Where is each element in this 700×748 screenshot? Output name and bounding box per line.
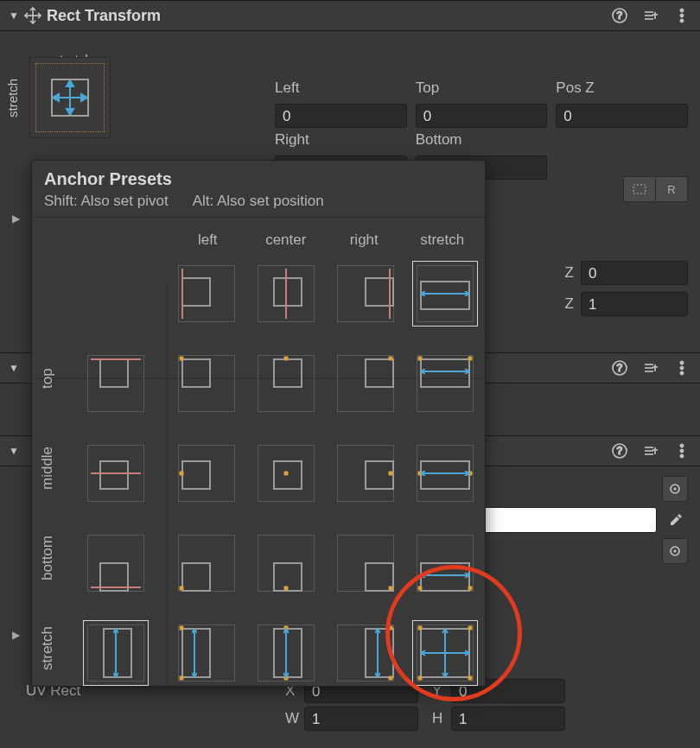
anchor-top-right[interactable] [334,352,398,415]
blueprint-raw-toggle: R [623,176,688,202]
anchor-stretch-v-right[interactable] [334,621,398,685]
anchor-row-top: top [37,333,58,423]
svg-point-38 [680,454,684,458]
anchor-bottom-stretch-h[interactable] [413,531,477,595]
anchor-row-middle: middle [37,423,58,513]
svg-point-11 [680,19,684,22]
eyedropper-icon[interactable] [664,508,688,532]
svg-marker-14 [67,80,73,86]
object-picker-button[interactable] [662,476,688,502]
rotation-z-input[interactable]: 0 [581,261,688,285]
kebab-icon[interactable] [672,358,691,377]
right-label: Right [275,131,407,154]
uvrect-w-input[interactable]: 1 [304,707,418,731]
left-label: Left [275,79,407,102]
anchor-col-left: left [169,231,247,249]
svg-point-10 [680,14,684,17]
blueprint-mode-button[interactable] [623,176,656,202]
svg-point-40 [673,487,676,490]
foldout-icon[interactable]: ▼ [9,445,21,457]
anchor-popup-title: Anchor Presets [44,169,473,189]
anchor-bottom-center[interactable] [254,531,318,595]
svg-text:?: ? [616,10,622,22]
rect-transform-header: ▼ Rect Transform ? [0,0,700,31]
presets-icon[interactable] [641,6,660,25]
kebab-icon[interactable] [672,6,691,25]
presets-icon[interactable] [641,358,660,377]
help-icon[interactable]: ? [610,6,629,25]
posz-label: Pos Z [556,79,688,102]
svg-point-27 [680,366,684,370]
anchor-col-stretch: stretch [404,231,482,249]
anchor-stretch-v-left[interactable] [175,621,239,685]
scale-z-label: Z [558,295,574,313]
kebab-icon[interactable] [672,441,691,460]
scale-z-row: Z1 [558,292,688,316]
svg-text:?: ? [616,445,622,457]
bottom-label: Bottom [416,131,548,154]
anchor-col-center: center [247,231,326,249]
anchor-row-bottom: bottom [37,513,58,603]
scale-z-input[interactable]: 1 [581,292,688,316]
anchor-none-stretch-h[interactable] [412,261,478,326]
anchor-popup-hint-shift: Shift: Also set pivot [44,193,169,210]
help-icon[interactable]: ? [610,358,629,377]
raw-mode-button[interactable]: R [656,176,688,202]
anchor-none-none [84,262,148,326]
svg-point-42 [673,549,676,552]
anchor-presets-popup: Anchor Presets Shift: Also set pivot Alt… [31,160,486,687]
svg-marker-17 [81,94,87,101]
component-title: Rect Transform [47,7,610,25]
anchor-row-stretch: stretch [37,603,58,693]
top-input[interactable]: 0 [416,104,548,128]
foldout-icon[interactable]: ▼ [9,10,21,22]
row-foldout-icon[interactable]: ▶ [12,629,26,641]
svg-point-28 [680,371,684,375]
anchor-middle-none[interactable] [84,441,148,505]
anchor-middle-left[interactable] [175,441,239,505]
anchor-stretch-v-none[interactable] [83,620,149,686]
anchor-none-right[interactable] [334,262,398,326]
rotation-z-row: Z0 [558,261,688,285]
foldout-icon[interactable]: ▼ [9,362,21,374]
anchor-preview-wrap: stretch stretch [29,57,116,138]
anchors-foldout-icon[interactable]: ▶ [12,212,26,225]
anchor-bottom-none[interactable] [84,531,148,595]
anchor-col-right: right [325,231,404,249]
left-input[interactable]: 0 [275,104,407,128]
anchor-stretch-v-center[interactable] [254,621,318,685]
anchor-preset-button[interactable] [29,57,111,138]
anchor-summary-v: stretch [5,57,20,138]
posz-input[interactable]: 0 [556,104,688,128]
svg-point-37 [680,449,684,453]
top-label: Top [416,79,548,102]
anchor-middle-right[interactable] [334,441,398,505]
anchor-top-left[interactable] [175,352,239,415]
anchor-bottom-left[interactable] [175,531,239,595]
anchor-top-stretch-h[interactable] [413,352,477,415]
object-picker-button[interactable] [662,538,688,564]
rotation-z-label: Z [558,264,574,282]
anchor-top-center[interactable] [254,352,318,415]
anchor-middle-stretch-h[interactable] [413,441,477,505]
anchor-bottom-right[interactable] [334,531,398,595]
anchor-stretch-stretch[interactable] [412,620,478,686]
anchor-top-none[interactable] [84,352,148,415]
svg-point-9 [680,9,684,12]
help-icon[interactable]: ? [610,441,629,460]
svg-point-26 [680,361,684,364]
svg-point-36 [680,444,684,447]
anchor-middle-center[interactable] [254,441,318,505]
presets-icon[interactable] [641,441,660,460]
anchor-popup-hint-alt: Alt: Also set position [193,193,324,210]
svg-text:?: ? [616,362,622,374]
uvrect-w-label: W [285,710,304,727]
svg-marker-16 [53,94,59,101]
uvrect-h-label: H [432,710,451,727]
anchor-none-left[interactable] [175,262,239,326]
uvrect-h-input[interactable]: 1 [451,707,565,731]
rect-transform-icon [24,7,41,24]
svg-rect-18 [633,185,646,193]
anchor-none-center[interactable] [254,262,318,326]
svg-marker-15 [67,109,73,115]
